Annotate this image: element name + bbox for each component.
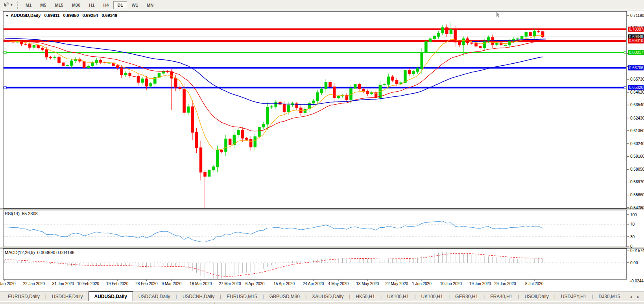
svg-text:1 Jun 2020: 1 Jun 2020 [412, 282, 432, 286]
timeframe-button-m5[interactable]: M5 [36, 1, 50, 9]
chart-tab-hk50-h1[interactable]: HK50,H1 [350, 292, 380, 301]
svg-text:0.65020: 0.65020 [629, 85, 644, 90]
svg-text:19 Jun 2020: 19 Jun 2020 [469, 282, 491, 286]
timeframe-buttons: M1M5M15M30H1H4D1W1MN [21, 1, 158, 9]
svg-text:-0.02441: -0.02441 [630, 279, 644, 283]
toolbar-drag-handle[interactable] [17, 2, 18, 9]
chart-tabs: EURUSD,Daily|USDCHF,DailyAUDUSD,DailyUSD… [0, 291, 644, 301]
timeframe-button-d1[interactable]: D1 [113, 1, 127, 9]
svg-text:0.58050: 0.58050 [630, 167, 644, 171]
svg-text:13 May 2020: 13 May 2020 [356, 282, 379, 286]
svg-text:15 Apr 2020: 15 Apr 2020 [273, 282, 295, 286]
chart-tab-usdjpy-h1[interactable]: USDJPY,H1 [555, 292, 592, 301]
rsi-label: RSI(14)55.2308 [5, 211, 38, 216]
svg-text:0.65730: 0.65730 [630, 77, 644, 81]
timeframe-button-m1[interactable]: M1 [22, 1, 35, 9]
chart-tab-eurusd-m15[interactable]: EURUSD,M15 [221, 292, 262, 301]
svg-text:0.54780: 0.54780 [630, 206, 644, 210]
macd-label: MACD(12,26,9)0.003690 0.004186 [5, 250, 74, 255]
timeframe-button-m15[interactable]: M15 [51, 1, 67, 9]
svg-text:8 Jul 2020: 8 Jul 2020 [525, 282, 544, 286]
timeframe-button-h4[interactable]: H4 [99, 1, 113, 9]
cursor-tool-glyph [3, 2, 9, 8]
svg-text:70: 70 [630, 222, 635, 227]
chart-canvas[interactable]: 0.711900.701100.690000.679200.668100.657… [0, 10, 644, 291]
chart-tab-usdchf-daily[interactable]: USDCHF,Daily [46, 292, 89, 301]
chart-title: ▼AUDUSD,Daily 0.69811 0.69850 0.69254 0.… [6, 13, 120, 18]
svg-text:0.63540: 0.63540 [630, 103, 644, 107]
svg-text:0: 0 [630, 244, 633, 249]
svg-text:9 Mar 2020: 9 Mar 2020 [162, 282, 182, 286]
chart-tab-eurusd-daily[interactable]: EURUSD,Daily [2, 292, 45, 301]
svg-text:30: 30 [630, 235, 635, 239]
svg-text:22 Jan 2020: 22 Jan 2020 [23, 282, 45, 286]
price-badge-0.66706: 0.66706 [628, 65, 644, 70]
price-badge-0.70007: 0.70007 [628, 27, 644, 32]
cursor-tool-icon[interactable] [2, 1, 10, 9]
chart-tab-audusd-daily[interactable]: AUDUSD,Daily [89, 291, 133, 301]
svg-text:0.61350: 0.61350 [630, 129, 644, 133]
chart-tab-fra40-h1[interactable]: FRA40,H1 [485, 292, 518, 301]
symbol-caret-icon[interactable]: ▼ [6, 14, 9, 18]
rsi-value: 55.2308 [22, 211, 38, 216]
line-handle [4, 87, 6, 89]
timeframe-button-mn[interactable]: MN [143, 1, 157, 9]
dropdown-caret-icon[interactable]: ▼ [10, 4, 13, 6]
ohlc-close: 0.69349 [101, 13, 117, 18]
status-strip [0, 301, 644, 304]
line-handle [4, 52, 6, 54]
svg-text:18 Mar 2020: 18 Mar 2020 [190, 282, 212, 286]
svg-text:10 Feb 2020: 10 Feb 2020 [77, 282, 100, 286]
chart-tab-xauusd-daily[interactable]: XAUUSD,Daily [306, 292, 349, 301]
svg-text:28 Feb 2020: 28 Feb 2020 [135, 282, 158, 286]
symbol-name: AUDUSD,Daily [11, 13, 41, 18]
ohlc-high: 0.69850 [63, 13, 79, 18]
ohlc-open: 0.69811 [44, 13, 59, 18]
tabs-scroll-right-icon[interactable]: ► [637, 295, 640, 299]
timeframe-button-w1[interactable]: W1 [128, 1, 142, 9]
chart-tab-usdcnh-daily[interactable]: USDCNH,Daily [177, 292, 220, 301]
chart-tab-uk100-h1[interactable]: UK100,H1 [382, 292, 414, 301]
line-handle [624, 87, 626, 89]
chart-tab-gbpusd-m30[interactable]: GBPUSD,M30 [264, 292, 305, 301]
price-badge-0.65020: 0.65020 [628, 85, 644, 90]
mt4-window: ▼ M1M5M15M30H1H4D1W1MN 0.711900.701100.6… [0, 0, 644, 304]
svg-text:10 Jun 2020: 10 Jun 2020 [440, 282, 462, 286]
svg-text:6 Apr 2020: 6 Apr 2020 [245, 282, 265, 286]
macd-value: 0.003690 0.004186 [37, 250, 74, 255]
svg-text:31 Jan 2020: 31 Jan 2020 [52, 282, 74, 286]
timeframe-button-h1[interactable]: H1 [85, 1, 98, 9]
svg-text:0.62430: 0.62430 [630, 116, 644, 120]
svg-text:19 Feb 2020: 19 Feb 2020 [106, 282, 129, 286]
svg-text:0.68017: 0.68017 [629, 50, 644, 55]
svg-text:0.56970: 0.56970 [630, 180, 644, 184]
svg-text:27 Mar 2020: 27 Mar 2020 [219, 282, 241, 286]
svg-text:0.59160: 0.59160 [630, 154, 644, 158]
chart-tab-usdcad-daily[interactable]: USDCAD,Daily [133, 292, 176, 301]
tabs-scroll-left-icon[interactable]: ◄ [629, 295, 633, 299]
chart-tab-uk100-h1[interactable]: UK100,H1 [416, 292, 448, 301]
svg-text:0.55860: 0.55860 [630, 193, 644, 197]
svg-text:4 May 2020: 4 May 2020 [328, 282, 349, 286]
svg-text:0.69010: 0.69010 [629, 39, 644, 43]
line-handle [624, 52, 626, 54]
svg-text:0.64620: 0.64620 [630, 90, 644, 94]
svg-text:22 May 2020: 22 May 2020 [385, 282, 408, 286]
ohlc-low: 0.69254 [82, 13, 98, 18]
svg-text:0.66706: 0.66706 [629, 66, 644, 70]
svg-text:13 Jan 2020: 13 Jan 2020 [0, 282, 16, 286]
svg-text:0.015741: 0.015741 [630, 249, 644, 253]
svg-text:0.70007: 0.70007 [629, 27, 644, 31]
svg-text:0.71190: 0.71190 [630, 13, 644, 18]
svg-text:100: 100 [630, 213, 637, 217]
chart-tab-usoil-daily[interactable]: USOil,Daily [519, 292, 554, 301]
svg-text:0.60240: 0.60240 [630, 142, 644, 146]
timeframe-button-m30[interactable]: M30 [68, 1, 84, 9]
timeframe-toolbar: ▼ M1M5M15M30H1H4D1W1MN [0, 0, 644, 10]
chart-tab-ger30-h1[interactable]: GER30,H1 [450, 292, 483, 301]
svg-text:0.00: 0.00 [630, 261, 638, 265]
price-badge-0.68017: 0.68017 [628, 50, 644, 55]
chart-tab-dj30-m15[interactable]: DJ30,M15 [593, 292, 626, 301]
svg-text:29 Jun 2020: 29 Jun 2020 [494, 282, 516, 286]
price-badge-0.69010: 0.69010 [628, 38, 644, 43]
